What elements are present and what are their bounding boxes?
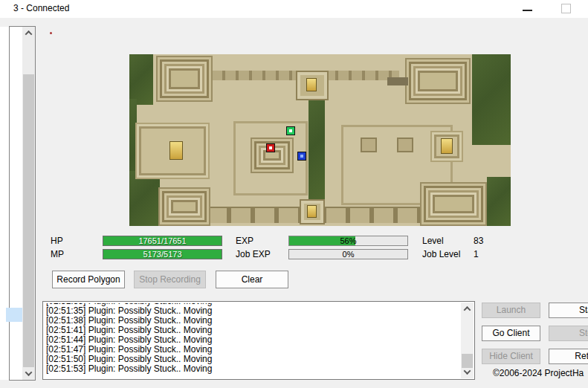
temple-tile (361, 138, 377, 152)
log-lines: [02:51:35] Plugin: Possibly Stuck.. Movi… (46, 303, 458, 374)
list-selected-item[interactable] (6, 308, 23, 322)
minimize-icon[interactable] (523, 10, 532, 11)
grass-patch (129, 54, 153, 105)
log-scroll-up-icon[interactable] (461, 303, 474, 315)
stop-button[interactable]: Sto (549, 326, 588, 341)
start-button[interactable]: Sta (549, 303, 588, 318)
level-label: Level (422, 236, 444, 246)
gold-statue-west (169, 141, 183, 160)
grass-channel (308, 95, 325, 203)
temple-walkway (212, 71, 308, 80)
map-marker-player-red (266, 143, 275, 152)
jobexp-bar: 0% (288, 249, 408, 259)
stop-recording-button[interactable]: Stop Recording (134, 271, 206, 288)
jobexp-label: Job EXP (236, 249, 271, 259)
hide-client-button[interactable]: Hide Client (482, 349, 540, 364)
mp-label: MP (51, 249, 64, 259)
left-scrollbar-thumb[interactable] (23, 74, 34, 367)
scroll-down-icon[interactable] (22, 367, 35, 380)
hp-bar: 17651/17651 (103, 236, 222, 246)
joblevel-value: 1 (474, 249, 479, 259)
jobexp-value: 0% (289, 250, 407, 259)
log-console[interactable]: [02:51:35] Plugin: Possibly Stuck.. Movi… (42, 301, 475, 380)
mp-value: 5173/5173 (103, 250, 222, 259)
joblevel-label: Job Level (422, 249, 460, 259)
status-dot (50, 32, 52, 34)
grass-patch (487, 177, 511, 226)
level-value: 83 (474, 236, 483, 246)
pyramid-northeast (405, 58, 471, 104)
go-client-button[interactable]: Go Client (482, 326, 540, 341)
gold-statue-north (306, 78, 317, 91)
map-view[interactable] (129, 54, 511, 226)
grass-patch (472, 54, 511, 145)
return-button[interactable]: Retur (549, 349, 588, 364)
log-scrollbar[interactable] (461, 303, 474, 378)
maximize-icon[interactable] (561, 4, 571, 13)
hp-label: HP (51, 236, 63, 246)
window-title: 3 - Connected (13, 3, 69, 13)
left-scrollbar[interactable] (22, 27, 35, 380)
map-marker-blue (297, 152, 306, 161)
temple-bridge (387, 77, 408, 85)
gold-statue-south (307, 205, 317, 218)
record-polygon-button[interactable]: Record Polygon (52, 271, 125, 288)
exp-label: EXP (236, 236, 253, 246)
grass-patch (129, 171, 160, 226)
copyright-text: ©2006-2024 ProjectHa (493, 368, 584, 378)
app-window: 3 - Connected (0, 0, 588, 388)
log-scroll-down-icon[interactable] (461, 366, 474, 378)
pyramid-southeast (420, 182, 487, 226)
clear-button[interactable]: Clear (216, 271, 288, 288)
hp-value: 17651/17651 (103, 236, 222, 245)
launch-button[interactable]: Launch (482, 303, 540, 318)
exp-bar: 56% (288, 236, 408, 246)
gold-statue-east (441, 138, 453, 154)
pyramid-northwest (156, 56, 213, 102)
pyramid-southwest (158, 187, 210, 226)
log-line: [02:51:53] Plugin: Possibly Stuck.. Movi… (46, 364, 458, 374)
title-bar: 3 - Connected (0, 0, 588, 18)
map-marker-green (286, 126, 295, 135)
left-list-clipped-area (0, 27, 9, 380)
exp-value: 56% (289, 236, 407, 245)
temple-tile (397, 138, 413, 152)
scroll-up-icon[interactable] (22, 27, 35, 39)
mp-bar: 5173/5173 (103, 249, 222, 259)
